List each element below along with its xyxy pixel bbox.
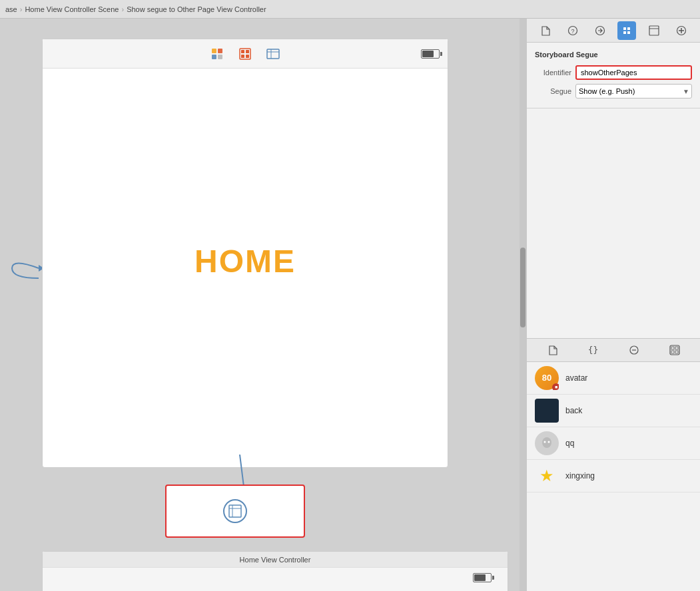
scrollbar-thumb[interactable]: [520, 248, 525, 327]
svg-point-38: [548, 441, 550, 443]
toolbar-plus-icon[interactable]: [672, 21, 691, 40]
breadcrumb-part-3: Show segue to Other Page View Controller: [127, 5, 266, 13]
back-thumb: [535, 399, 559, 423]
bottom-grid-icon[interactable]: [665, 341, 684, 359]
breadcrumb-part-2: Home View Controller Scene: [25, 5, 119, 13]
nav-bar: [43, 39, 448, 69]
breadcrumb-sep-2: ›: [121, 5, 124, 13]
asset-name-avatar: avatar: [565, 373, 587, 383]
asset-name-qq: qq: [565, 439, 574, 448]
svg-rect-10: [267, 49, 279, 59]
assets-list[interactable]: 80 ■ avatar back: [527, 362, 700, 592]
canvas-scrollbar[interactable]: [520, 19, 526, 591]
breadcrumb-sep-1: ›: [20, 5, 23, 13]
avatar-thumb: 80 ■: [535, 366, 559, 390]
battery-icon: [421, 49, 440, 59]
identifier-row: Identifier: [535, 65, 692, 80]
toolbar-question-icon[interactable]: ?: [563, 21, 582, 40]
qq-thumb: [535, 431, 559, 455]
segue-icon: [223, 499, 247, 523]
xingxing-thumb: ★: [535, 464, 559, 488]
svg-rect-20: [622, 26, 631, 35]
segue-select[interactable]: Show (e.g. Push)Show DetailPresent Modal…: [575, 84, 692, 98]
back-thumb-container: [535, 399, 559, 423]
svg-rect-24: [627, 31, 630, 34]
svg-rect-4: [218, 55, 222, 59]
svg-rect-7: [246, 50, 249, 53]
bottom-circle-icon[interactable]: [625, 341, 643, 359]
nav-icon-1: [210, 47, 224, 61]
svg-rect-21: [623, 27, 626, 30]
segue-label: Segue: [535, 87, 571, 95]
qq-thumb-container: [535, 431, 559, 455]
asset-item-qq[interactable]: qq: [527, 427, 700, 460]
svg-rect-33: [675, 347, 678, 349]
avatar-badge: ■: [552, 383, 559, 390]
segue-arrow: [5, 245, 45, 292]
toolbar-panel-icon[interactable]: [645, 21, 663, 40]
svg-rect-25: [649, 26, 659, 35]
right-panel: ? Storyboard Segue Identifier S: [526, 19, 700, 591]
identifier-input[interactable]: [575, 65, 692, 80]
home-label: HOME: [194, 242, 296, 279]
bottom-brace-icon[interactable]: {}: [584, 341, 603, 359]
breadcrumb: ase › Home View Controller Scene › Show …: [5, 5, 266, 13]
svg-rect-2: [218, 49, 222, 53]
svg-rect-34: [671, 351, 674, 353]
toolbar-arrows-icon[interactable]: [591, 21, 609, 40]
right-panel-upper-spacer: [527, 108, 700, 338]
svg-rect-1: [212, 49, 216, 53]
bottom-doc-icon[interactable]: [543, 341, 562, 359]
avatar-number: 80: [542, 373, 551, 383]
nav-icon-3: [266, 47, 280, 61]
segue-type-row: Segue Show (e.g. Push)Show DetailPresent…: [535, 84, 692, 98]
svg-rect-22: [627, 27, 630, 30]
avatar-circle: 80 ■: [535, 366, 559, 390]
xingxing-thumb-container: ★: [535, 464, 559, 488]
breadcrumb-part-1: ase: [5, 5, 17, 13]
canvas-area[interactable]: HOME Home View Con: [0, 19, 526, 591]
svg-rect-3: [212, 55, 216, 59]
nav-icon-2: [238, 47, 252, 61]
svg-rect-35: [675, 351, 678, 353]
title-bar: ase › Home View Controller Scene › Show …: [0, 0, 700, 19]
svg-point-36: [542, 437, 551, 448]
segue-controller-box[interactable]: [165, 485, 305, 538]
home-view-controller-box: HOME: [42, 39, 448, 468]
identifier-label: Identifier: [535, 69, 571, 77]
asset-item-xingxing[interactable]: ★ xingxing: [527, 460, 700, 492]
segue-select-wrapper: Show (e.g. Push)Show DetailPresent Modal…: [575, 84, 692, 98]
right-panel-top-toolbar: ?: [527, 19, 700, 43]
toolbar-file-icon[interactable]: [536, 21, 555, 40]
toolbar-flag-icon[interactable]: [617, 21, 636, 40]
right-panel-bottom-toolbar: {}: [527, 338, 700, 362]
svg-rect-9: [246, 55, 249, 58]
asset-item-avatar[interactable]: 80 ■ avatar: [527, 362, 700, 395]
svg-rect-14: [229, 505, 241, 517]
asset-name-back: back: [565, 406, 582, 415]
asset-item-back[interactable]: back: [527, 395, 700, 427]
svg-rect-32: [671, 347, 674, 349]
svg-rect-6: [241, 50, 244, 53]
lower-home-vc-box: Home View Controller: [42, 551, 508, 591]
svg-point-37: [544, 441, 546, 443]
svg-text:?: ?: [571, 28, 574, 35]
main-layout: HOME Home View Con: [0, 19, 700, 591]
svg-rect-8: [241, 55, 244, 58]
lower-vc-content: [43, 568, 508, 591]
lower-vc-title: Home View Controller: [43, 552, 508, 568]
segue-section-title: Storyboard Segue: [535, 51, 692, 59]
asset-name-xingxing: xingxing: [565, 471, 595, 481]
lower-battery-icon: [473, 573, 492, 582]
svg-rect-23: [623, 31, 626, 34]
canvas-content: HOME Home View Con: [0, 19, 526, 591]
storyboard-segue-section: Storyboard Segue Identifier Segue Show (…: [527, 43, 700, 108]
